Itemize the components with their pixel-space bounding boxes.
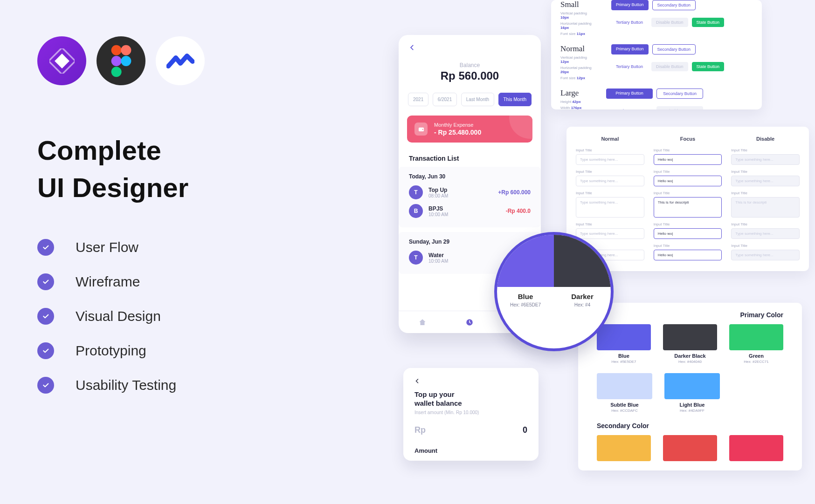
- swatch-name: Subtle Blue: [597, 402, 652, 408]
- webflow-logo: [37, 36, 86, 85]
- chevron-left-icon[interactable]: [414, 378, 420, 384]
- text-input[interactable]: Hello wo|: [654, 154, 722, 165]
- secondary-color-heading: Secondary Color: [597, 422, 783, 429]
- feature-label: Visual Design: [76, 308, 161, 324]
- feature-label: Wireframe: [76, 274, 140, 290]
- period-chip[interactable]: This Month: [498, 93, 532, 106]
- feature-label: User Flow: [76, 239, 138, 255]
- group-meta: Width 176px: [560, 106, 587, 109]
- svg-point-5: [121, 55, 131, 66]
- input-label: Input Title: [731, 170, 800, 174]
- topup-card: Top up yourwallet balance Insert amount …: [403, 368, 539, 461]
- text-input[interactable]: Hello wo|: [654, 228, 722, 239]
- swatch-name: Blue: [518, 293, 533, 300]
- amount-value: 0: [523, 425, 527, 435]
- sample-button[interactable]: Tertiary Button: [611, 18, 648, 27]
- swatch-hex: Hex: #6E5DE7: [510, 302, 541, 307]
- sample-button[interactable]: State Button: [692, 18, 725, 27]
- swatch-hex: Hex: #2ECC71: [729, 360, 783, 364]
- text-input[interactable]: Type something here...: [576, 154, 644, 165]
- check-icon: [37, 273, 54, 290]
- group-meta: Horizontal padding 20px: [560, 66, 593, 74]
- group-title: Normal: [560, 44, 593, 54]
- sample-button[interactable]: Secondary Button: [656, 89, 703, 99]
- sample-button[interactable]: Primary Button: [611, 0, 649, 10]
- textarea[interactable]: This is for descripti: [654, 197, 722, 218]
- text-input[interactable]: Hello wo|: [654, 176, 722, 186]
- expense-card[interactable]: Monthly Expense - Rp 25.480.000: [407, 116, 532, 143]
- primary-color-heading: Primary Color: [597, 311, 783, 319]
- textarea[interactable]: Type something here...: [576, 197, 644, 218]
- text-input[interactable]: Type something here...: [731, 228, 800, 239]
- text-input[interactable]: Type something here...: [731, 250, 800, 260]
- amount-label: Amount: [414, 447, 527, 454]
- input-column: Disable Input Title Type something here.…: [731, 136, 800, 260]
- maze-icon: [166, 52, 194, 70]
- feature-item: Wireframe: [37, 273, 298, 290]
- button-styleguide-card: Small Vertical padding 10pxHorizontal pa…: [551, 0, 762, 109]
- sample-button[interactable]: State Button: [692, 62, 725, 71]
- wallet-icon: [414, 123, 428, 136]
- input-label: Input Title: [654, 222, 722, 226]
- button-group: Small Vertical padding 10pxHorizontal pa…: [560, 0, 753, 36]
- period-chip[interactable]: 6/2021: [433, 93, 457, 106]
- tx-time: 10:00 AM: [428, 212, 500, 217]
- home-icon[interactable]: [418, 318, 427, 327]
- swatch-name: Darker Black: [663, 353, 717, 359]
- sample-button[interactable]: Secondary Button: [652, 44, 696, 54]
- text-input[interactable]: Hello wo|: [654, 250, 722, 260]
- textarea[interactable]: This is for descripti: [731, 197, 800, 218]
- figma-logo: [97, 36, 145, 85]
- text-input[interactable]: Type something here...: [576, 228, 644, 239]
- headline: Complete UI Designer: [37, 132, 298, 206]
- feature-list: User Flow Wireframe Visual Design Protot…: [37, 239, 298, 394]
- col-heading: Focus: [654, 136, 722, 142]
- color-swatch: Light Blue Hex: #4DA9FF: [664, 373, 720, 413]
- text-input[interactable]: Type something here...: [576, 176, 644, 186]
- amount-input[interactable]: Rp 0: [414, 425, 527, 435]
- group-meta: Vertical padding 10px: [560, 11, 593, 20]
- input-label: Input Title: [576, 170, 644, 174]
- text-input[interactable]: Type something here...: [731, 176, 800, 186]
- check-icon: [37, 342, 54, 359]
- sample-button[interactable]: Secondary Button: [652, 0, 696, 10]
- clock-icon[interactable]: [465, 318, 474, 327]
- button-group: Large Height 42pxWidth 176pxFont size 14…: [560, 89, 753, 109]
- sample-button[interactable]: Primary Button: [606, 89, 653, 99]
- sample-button[interactable]: Primary Button: [611, 44, 649, 54]
- check-icon: [37, 377, 54, 394]
- swatch-hex: Hex: #4: [574, 302, 590, 307]
- feature-label: Prototyping: [76, 343, 146, 359]
- feature-item: Prototyping: [37, 342, 298, 359]
- swatch-name: Green: [729, 353, 783, 359]
- sample-button[interactable]: Tertiary Button: [611, 62, 648, 71]
- period-chip[interactable]: Last Month: [461, 93, 494, 106]
- color-swatch: Darker Black Hex: #404040: [663, 324, 717, 364]
- balance-label: Balance: [399, 62, 541, 68]
- input-label: Input Title: [576, 222, 644, 226]
- transaction-row[interactable]: B BPJS10:00 AM -Rp 400.0: [409, 204, 531, 218]
- input-label: Input Title: [731, 222, 800, 226]
- sample-button[interactable]: Disable Button: [656, 106, 703, 109]
- input-label: Input Title: [731, 244, 800, 248]
- sample-button[interactable]: Disable Button: [651, 18, 688, 27]
- currency-label: Rp: [414, 425, 426, 435]
- text-input[interactable]: Type something here...: [731, 154, 800, 165]
- input-label: Input Title: [654, 148, 722, 152]
- back-button[interactable]: [399, 44, 541, 53]
- feature-item: Usability Testing: [37, 377, 298, 394]
- period-chip[interactable]: 2021: [408, 93, 428, 106]
- swatch-name: Light Blue: [664, 402, 720, 408]
- day-group: Today, Jun 30 T Top Up08:00 AM +Rp 600.0…: [399, 167, 541, 227]
- check-icon: [37, 239, 54, 256]
- transaction-row[interactable]: T Top Up08:00 AM +Rp 600.000: [409, 185, 531, 199]
- headline-line-1: Complete: [37, 135, 161, 165]
- topup-hint: Insert amount (Min. Rp 10.000): [414, 410, 527, 415]
- avatar: T: [409, 251, 423, 265]
- sample-button[interactable]: Tertiary Button: [606, 106, 653, 109]
- svg-point-4: [111, 55, 121, 66]
- group-meta: Font size 12px: [560, 76, 593, 80]
- period-chips: 20216/2021Last MonthThis Month: [399, 93, 541, 106]
- sample-button[interactable]: Disable Button: [651, 62, 688, 71]
- input-label: Input Title: [731, 148, 800, 152]
